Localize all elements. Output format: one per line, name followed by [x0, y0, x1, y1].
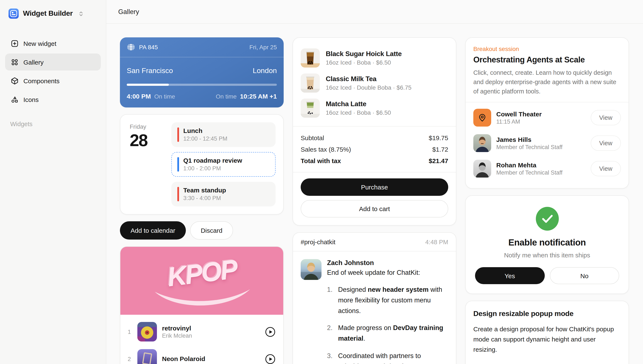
sidebar-item-icons[interactable]: Icons: [5, 91, 101, 108]
author-avatar: [301, 259, 321, 280]
app-window: Widget Builder New widget: [0, 0, 643, 364]
flight-origin: San Francisco: [127, 67, 173, 75]
message-intro: End of week update for ChatKit:: [327, 269, 448, 276]
total-value: $21.47: [429, 157, 448, 164]
speaker-avatar: [473, 134, 491, 152]
session-title: Orchestrating Agents at Scale: [473, 55, 621, 64]
calendar-actions: Add to calendar Discard: [120, 221, 284, 240]
order-item: Classic Milk Tea 16oz Iced · Double Boba…: [301, 70, 448, 96]
calendar-event[interactable]: Lunch 12:00 - 12:45 PM: [171, 122, 276, 147]
list-item: 3. Coordinated with partners to prioriti…: [327, 350, 448, 364]
purchase-button[interactable]: Purchase: [301, 178, 448, 196]
gallery-column-1: PA 845 Fri, Apr 25 San Francisco London …: [120, 38, 284, 364]
no-button[interactable]: No: [550, 267, 619, 284]
calendar-event[interactable]: Team standup 3:30 - 4:00 PM: [171, 182, 276, 206]
app-switcher[interactable]: Widget Builder: [5, 7, 101, 20]
speaker-name: Rohan Mehta: [496, 162, 562, 169]
event-title: Team standup: [183, 186, 269, 194]
notification-title: Enable notification: [508, 238, 586, 248]
location-tile: [473, 109, 491, 127]
add-to-calendar-button[interactable]: Add to calendar: [120, 221, 186, 240]
subtotal-label: Subtotal: [301, 134, 324, 142]
sidebar-item-label: New widget: [23, 40, 56, 47]
chat-message: Zach Johnston End of week update for Cha…: [293, 252, 456, 364]
list-number: 3.: [327, 350, 338, 364]
order-item-subtitle: 16oz Iced · Double Boba · $6.75: [326, 84, 411, 91]
shapes-icon: [10, 95, 19, 104]
order-widget: Black Sugar Hoick Latte 16oz Iced · Boba…: [293, 38, 456, 226]
session-eyebrow: Breakout session: [473, 46, 621, 52]
gallery-grid: PA 845 Fri, Apr 25 San Francisco London …: [106, 24, 643, 364]
task-widget: Design resizable popup mode Create a des…: [465, 301, 629, 364]
event-title: Lunch: [183, 127, 269, 134]
sidebar-item-label: Gallery: [23, 58, 44, 66]
calendar-day-number: 28: [130, 131, 165, 150]
calendar-date: Friday 28: [128, 122, 165, 206]
map-pin-icon: [478, 113, 487, 122]
play-button[interactable]: [265, 354, 276, 364]
track-artwork: [137, 349, 157, 364]
track-row: 2 Neon P: [126, 345, 276, 364]
chevron-up-down-icon: [78, 10, 84, 17]
grid-dots-icon: [10, 58, 19, 66]
sidebar-item-gallery[interactable]: Gallery: [5, 54, 101, 70]
flight-departure-time: 4:00 PM: [127, 92, 151, 100]
sidebar-item-label: Icons: [23, 96, 39, 103]
task-body: Create a design proposal for how ChatKit…: [473, 324, 621, 355]
add-to-cart-button[interactable]: Add to cart: [301, 200, 448, 218]
view-button[interactable]: View: [591, 136, 621, 151]
gallery-column-3: Breakout session Orchestrating Agents at…: [465, 38, 629, 364]
view-button[interactable]: View: [591, 161, 621, 176]
flight-date: Fri, Apr 25: [250, 44, 277, 50]
drink-photo: [301, 74, 320, 92]
sidebar-section-label: Widgets: [5, 121, 101, 128]
total-label: Total with tax: [301, 157, 341, 164]
speaker-role: Member of Technical Staff: [496, 144, 562, 150]
cover-swoosh-shape: [149, 287, 255, 312]
page-header: Gallery: [106, 0, 643, 24]
order-item: Matcha Latte 16oz Iced · Boba · $6.50: [301, 96, 448, 121]
yes-button[interactable]: Yes: [475, 267, 545, 284]
flight-widget: PA 845 Fri, Apr 25 San Francisco London …: [120, 38, 284, 108]
event-color-bar: [177, 157, 179, 172]
track-row: 1: [126, 318, 276, 345]
play-button[interactable]: [265, 326, 276, 337]
event-time: 12:00 - 12:45 PM: [183, 136, 269, 142]
track-index: 1: [126, 328, 132, 335]
total-row: Total with tax $21.47: [301, 155, 448, 166]
sidebar-item-label: Components: [23, 77, 60, 84]
message-list: 1. Designed new header system with more …: [327, 284, 448, 364]
calendar-event-selected[interactable]: Q1 roadmap review 1:00 - 2:00 PM: [171, 152, 276, 177]
airline-globe-icon: [127, 43, 135, 52]
cube-icon: [10, 77, 19, 85]
track-title: retrovinyl: [162, 324, 260, 332]
main-area: Gallery: [106, 0, 643, 364]
app-logo-icon: [9, 8, 19, 19]
track-title: Neon Polaroid: [162, 355, 260, 362]
flight-departure-status: On time: [154, 93, 175, 100]
flight-header: PA 845 Fri, Apr 25: [120, 38, 284, 57]
sidebar-item-new-widget[interactable]: New widget: [5, 35, 101, 52]
location-name: Cowell Theater: [496, 111, 542, 118]
order-item-subtitle: 16oz Iced · Boba · $6.50: [326, 59, 402, 66]
cover-title-art: KPOP: [165, 253, 238, 292]
app-title: Widget Builder: [23, 9, 73, 18]
drink-photo: [301, 48, 320, 68]
order-item: Black Sugar Hoick Latte 16oz Iced · Boba…: [301, 46, 448, 70]
sidebar-item-components[interactable]: Components: [5, 72, 101, 89]
speaker-role: Member of Technical Staff: [496, 170, 562, 176]
gallery-column-2: Black Sugar Hoick Latte 16oz Iced · Boba…: [293, 38, 456, 364]
flight-progress-fill: [127, 84, 169, 86]
chat-header: #proj-chatkit 4:48 PM: [293, 233, 456, 252]
sales-tax-row: Sales tax (8.75%) $1.72: [301, 144, 448, 155]
sidebar-nav: New widget Gallery Compo: [5, 35, 101, 108]
calendar-widget: Friday 28 Lunch 12:00 - 12:45 PM Q1 road…: [120, 114, 284, 214]
task-title: Design resizable popup mode: [473, 310, 621, 318]
flight-body: San Francisco London 4:00 PM On time On …: [120, 57, 284, 108]
page-title: Gallery: [118, 8, 139, 16]
track-index: 2: [126, 356, 132, 362]
view-button[interactable]: View: [591, 110, 621, 126]
discard-button[interactable]: Discard: [190, 221, 233, 240]
check-circle: [536, 207, 559, 231]
order-item-subtitle: 16oz Iced · Boba · $6.50: [326, 109, 391, 116]
